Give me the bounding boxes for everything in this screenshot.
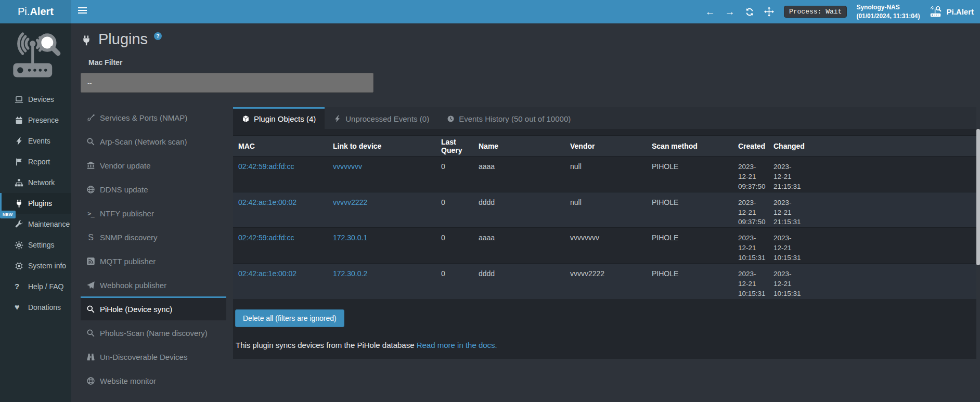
name-cell: aaaa	[473, 228, 565, 264]
device-link[interactable]: 172.30.0.2	[333, 269, 367, 278]
created-cell: 2023-12-2109:37:50	[733, 157, 768, 192]
chip-icon	[15, 262, 23, 270]
plugin-item-mqtt[interactable]: MQTT publisher	[81, 249, 226, 273]
host-time: (01/01/2024, 11:31:04)	[856, 12, 920, 20]
heart-icon: ♥	[15, 303, 23, 312]
s-letter-icon: S	[86, 233, 95, 242]
page-title: Plugins	[98, 31, 148, 48]
help-badge[interactable]: ?	[154, 32, 162, 40]
col-header-created: Created	[733, 136, 768, 157]
laptop-icon	[15, 95, 23, 104]
sidebar-item-devices[interactable]: Devices	[0, 89, 71, 110]
top-navbar: Pi.Alert ← → Process: Wait Synology-NAS …	[0, 0, 980, 23]
plugin-item-vendor-update[interactable]: Vendor update	[81, 153, 226, 177]
vendor-cell: vvvvvvvv	[565, 228, 647, 264]
bank-icon	[86, 161, 95, 170]
created-cell: 2023-12-2110:15:31	[733, 264, 768, 299]
flag-icon	[15, 158, 23, 166]
delete-all-button[interactable]: Delete all (filters are ignored)	[235, 309, 344, 327]
mac-link[interactable]: 02:42:ac:1e:00:02	[238, 198, 296, 206]
changed-cell: 2023-12-2110:15:31	[768, 228, 806, 264]
new-badge: NEW	[0, 211, 16, 218]
last-query-cell: 0	[436, 192, 473, 228]
plug-icon	[81, 35, 92, 46]
magnifier-icon	[86, 329, 95, 338]
table-header-row: MAC Link to device Last Query Name Vendo…	[233, 136, 976, 157]
table-row: 02:42:59:ad:fd:cc 172.30.0.1 0 aaaa vvvv…	[233, 228, 976, 264]
globe-icon	[86, 185, 95, 194]
question-icon: ?	[15, 282, 23, 291]
sidebar-item-report[interactable]: Report	[0, 151, 71, 172]
bolt-icon	[333, 115, 341, 123]
calendar-icon	[15, 116, 23, 125]
sidebar-item-network[interactable]: Network	[0, 172, 71, 193]
plugin-item-undiscoverable[interactable]: Un-Discoverable Devices	[81, 344, 226, 368]
mac-filter-label: Mac Filter	[88, 58, 122, 67]
col-header-last-query: Last Query	[436, 136, 473, 157]
move-fullscreen-icon[interactable]	[764, 7, 775, 17]
sidebar-item-settings[interactable]: Settings	[0, 235, 71, 255]
sidebar-item-events[interactable]: Events	[0, 131, 71, 151]
changed-cell: 2023-12-2121:15:31	[768, 157, 806, 192]
plug-icon	[15, 199, 23, 208]
plugin-item-ntfy[interactable]: >_ NTFY publisher	[81, 201, 226, 225]
mac-link[interactable]: 02:42:ac:1e:00:02	[238, 269, 296, 278]
changed-cell: 2023-12-2110:15:31	[768, 264, 806, 299]
paper-plane-icon	[86, 281, 95, 290]
brand-logo[interactable]: Pi.Alert	[0, 0, 71, 23]
sidebar-item-label: Events	[28, 137, 50, 145]
tab-plugin-objects[interactable]: Plugin Objects (4)	[233, 107, 325, 129]
name-cell: aaaa	[473, 157, 565, 192]
sidebar: Devices Presence Events Report Network P…	[0, 23, 71, 402]
wrench-icon	[15, 220, 23, 229]
tab-label: Unprocessed Events (0)	[345, 114, 429, 123]
forward-arrow-icon[interactable]: →	[725, 7, 735, 17]
sidebar-item-donations[interactable]: ♥ Donations	[0, 297, 71, 318]
process-status-badge: Process: Wait	[784, 6, 847, 18]
host-info: Synology-NAS (01/01/2024, 11:31:04)	[856, 3, 920, 20]
device-link[interactable]: 172.30.0.1	[333, 234, 367, 242]
sidebar-item-label: Devices	[28, 95, 54, 103]
clock-icon	[447, 115, 455, 123]
read-more-link[interactable]: Read more in the docs.	[417, 341, 497, 349]
binoculars-icon	[86, 353, 95, 361]
refresh-icon[interactable]	[744, 7, 755, 17]
mac-link[interactable]: 02:42:59:ad:fd:cc	[238, 162, 294, 171]
plugin-item-webhook[interactable]: Webhook publisher	[81, 273, 226, 296]
plugin-item-snmp[interactable]: S SNMP discovery	[81, 225, 226, 249]
last-query-cell: 0	[436, 264, 473, 299]
sidebar-item-label: System info	[28, 262, 66, 270]
plugin-item-label: SNMP discovery	[100, 233, 158, 242]
sidebar-toggle-icon[interactable]	[78, 7, 87, 23]
back-arrow-icon[interactable]: ←	[705, 7, 715, 17]
sidebar-item-presence[interactable]: Presence	[0, 110, 71, 131]
plugin-item-ddns[interactable]: DDNS update	[81, 177, 226, 201]
plugin-item-website-monitor[interactable]: Website monitor	[81, 368, 226, 392]
sidebar-item-help-faq[interactable]: ? Help / FAQ	[0, 276, 71, 297]
plugin-item-label: Un-Discoverable Devices	[100, 353, 187, 361]
device-link[interactable]: vvvvvvvv	[333, 162, 362, 171]
sidebar-item-label: Help / FAQ	[28, 282, 63, 291]
plugin-item-arpscan[interactable]: Arp-Scan (Network scan)	[81, 129, 226, 153]
table-row: 02:42:ac:1e:00:02 172.30.0.2 0 dddd vvvv…	[233, 264, 976, 299]
mac-filter-input[interactable]: --	[81, 73, 373, 93]
tab-events-history[interactable]: Events History (50 out of 10000)	[438, 107, 579, 129]
router-scan-icon	[929, 6, 943, 18]
mac-link[interactable]: 02:42:59:ad:fd:cc	[238, 234, 294, 242]
plugin-item-pholus[interactable]: Pholus-Scan (Name discovery)	[81, 320, 226, 344]
tab-label: Events History (50 out of 10000)	[459, 114, 571, 123]
magnifier-icon	[86, 137, 95, 146]
last-query-cell: 0	[436, 157, 473, 192]
plugin-item-nmap[interactable]: Services & Ports (NMAP)	[81, 105, 226, 129]
tab-label: Plugin Objects (4)	[254, 114, 316, 123]
device-link[interactable]: vvvvv2222	[333, 198, 367, 206]
plugin-item-label: NTFY publisher	[100, 209, 154, 218]
brand-bold: Alert	[30, 6, 54, 18]
tab-unprocessed-events[interactable]: Unprocessed Events (0)	[325, 107, 438, 129]
plugin-item-pihole[interactable]: PiHole (Device sync)	[81, 296, 226, 320]
sidebar-item-system-info[interactable]: System info	[0, 255, 71, 276]
scan-method-cell: PIHOLE	[647, 264, 733, 299]
plugin-description: This plugin syncs devices from the PiHol…	[236, 341, 976, 349]
table-scrollbar[interactable]	[976, 129, 980, 265]
sidebar-item-maintenance[interactable]: NEW Maintenance	[0, 214, 71, 235]
